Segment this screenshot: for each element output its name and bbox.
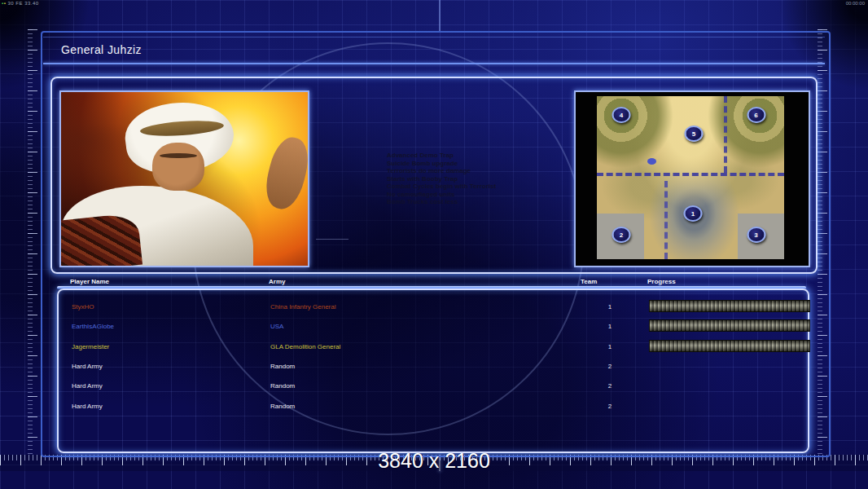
bonus-item: Advanced Demo Trap	[387, 152, 590, 160]
player-name: Hard Army	[72, 403, 103, 410]
bonus-item: Terrorists do more damage	[387, 167, 590, 175]
portrait-brow	[160, 153, 196, 158]
table-row: Hard ArmyRandom2	[59, 376, 808, 395]
map-start-marker: 5	[684, 126, 703, 142]
map-start-marker: 4	[612, 107, 630, 123]
bonus-item: Bomb Trucks cost less	[387, 198, 590, 206]
player-name: StyxHO	[72, 303, 94, 311]
table-row: Hard ArmyRandom2	[59, 356, 808, 376]
player-team: 2	[602, 403, 618, 410]
player-team: 1	[602, 323, 618, 330]
player-name: Jagermeister	[72, 343, 109, 350]
map-start-marker: 2	[612, 227, 630, 243]
portrait-face	[152, 143, 204, 192]
player-name: Hard Army	[72, 363, 103, 370]
blueprint-vertical-line-top	[439, 0, 441, 31]
table-row: StyxHOChina Infantry General1	[59, 297, 808, 316]
player-team: 2	[602, 363, 618, 370]
fps-debug-overlay: ▪▪ 30 FE 33.40	[2, 1, 39, 6]
player-army: GLA Demolition General	[270, 343, 340, 350]
map-pond	[647, 158, 656, 165]
map-preview: 465123	[597, 96, 784, 259]
table-row: JagermeisterGLA Demolition General1	[59, 337, 808, 356]
loading-screen: ▪▪ 30 FE 33.40 00:00:00 General Juhziz A…	[0, 0, 868, 489]
player-team: 2	[602, 382, 618, 390]
bonus-item: Starts with Booby Trap	[387, 175, 590, 183]
debug-text: 30 FE 33.40	[7, 1, 38, 6]
progress-bar	[649, 340, 810, 352]
page-title: General Juhziz	[61, 43, 142, 56]
column-header-progress: Progress	[647, 278, 676, 285]
debug-yellow-glyph: ▪	[4, 1, 7, 6]
player-army: USA	[270, 323, 283, 330]
table-row: Hard ArmyRandom2	[59, 396, 808, 416]
player-team: 1	[602, 303, 618, 311]
player-rows: StyxHOChina Infantry General1EarthIsAGlo…	[59, 290, 808, 452]
general-portrait	[59, 90, 309, 267]
title-underline	[43, 63, 825, 64]
title-top-line	[43, 37, 825, 37]
ruler-left	[28, 29, 37, 455]
bonus-item: Combat Cycles begin with Terrorist	[387, 183, 590, 191]
resolution-watermark: 3840 x 2160	[0, 449, 868, 473]
player-army: Random	[270, 382, 295, 390]
progress-bar	[649, 300, 810, 312]
player-name: EarthIsAGlobe	[72, 323, 114, 330]
map-start-marker: 3	[747, 227, 765, 243]
player-name: Hard Army	[72, 382, 103, 390]
map-road-vertical-bottom	[664, 181, 668, 259]
table-row: EarthIsAGlobeUSA1	[59, 316, 808, 336]
column-header-team: Team	[581, 278, 597, 285]
player-army: China Infantry General	[270, 303, 336, 311]
map-road-vertical-top	[724, 96, 727, 173]
player-team: 1	[602, 343, 618, 350]
progress-bar	[649, 319, 810, 332]
player-army: Random	[270, 403, 295, 410]
player-army: Random	[270, 363, 295, 370]
bonus-list: Advanced Demo TrapSuicide Bomb upgradeTe…	[387, 152, 590, 206]
portrait-bandolier	[59, 213, 142, 267]
map-start-marker: 1	[683, 205, 702, 222]
player-panel: StyxHOChina Infantry General1EarthIsAGlo…	[57, 289, 809, 453]
map-start-marker: 6	[747, 107, 765, 123]
clock-overlay: 00:00:00	[846, 1, 865, 6]
map-road-horizontal	[597, 173, 784, 176]
map-frame: 465123	[574, 90, 810, 267]
column-header-army: Army	[269, 278, 285, 285]
column-header-player-name: Player Name	[70, 278, 109, 285]
bonus-item: Suicide Bomb upgrade	[387, 160, 590, 168]
bonus-item: No camouflaged units	[387, 191, 590, 199]
